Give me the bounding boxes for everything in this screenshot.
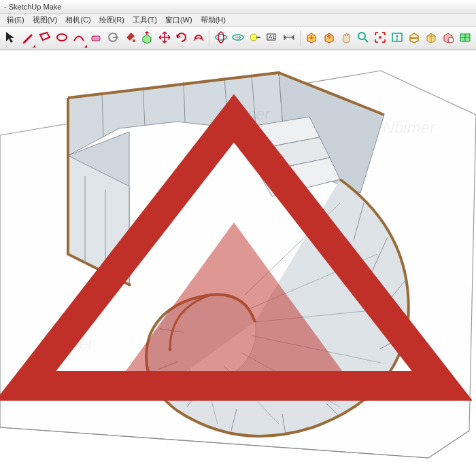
dropdown-indicator-icon bbox=[33, 45, 35, 48]
push-pull-icon bbox=[140, 31, 154, 46]
offset-icon bbox=[192, 31, 205, 46]
walk-icon bbox=[390, 31, 404, 46]
text-label-tool[interactable]: A1 bbox=[265, 30, 280, 48]
rectangle-icon bbox=[38, 31, 52, 46]
rectangle-tool[interactable] bbox=[37, 30, 52, 48]
eraser-tool[interactable] bbox=[88, 30, 104, 48]
svg-point-0 bbox=[57, 34, 67, 41]
get-models-tool[interactable] bbox=[304, 30, 320, 48]
toolbar-separator bbox=[300, 31, 301, 47]
rotate-icon bbox=[175, 31, 188, 46]
zoom-tool[interactable] bbox=[355, 30, 371, 48]
circle-tool[interactable] bbox=[54, 30, 69, 48]
orbit-icon bbox=[214, 31, 228, 46]
tape-measure-icon bbox=[248, 31, 262, 46]
dimension-icon bbox=[282, 31, 296, 46]
menu-edit[interactable]: 辑(E) bbox=[3, 14, 29, 26]
zoom-extents-icon bbox=[373, 31, 387, 46]
add-location-icon bbox=[458, 31, 472, 46]
get-models-icon bbox=[305, 31, 318, 46]
toolbar-separator bbox=[209, 31, 210, 47]
outliner-icon bbox=[441, 31, 455, 46]
select-arrow-tool[interactable] bbox=[3, 30, 18, 48]
menu-tools[interactable]: 工具(T) bbox=[129, 14, 161, 26]
svg-line-16 bbox=[364, 39, 368, 42]
svg-point-15 bbox=[358, 33, 365, 39]
svg-point-17 bbox=[379, 36, 381, 39]
move-tool[interactable] bbox=[156, 30, 172, 48]
hand-pan-icon bbox=[339, 31, 353, 46]
svg-point-4 bbox=[133, 39, 135, 42]
arc-tool[interactable] bbox=[71, 30, 86, 48]
outliner-tool[interactable] bbox=[441, 30, 456, 48]
menu-help[interactable]: 帮助(H) bbox=[197, 14, 230, 26]
tape-icon bbox=[106, 31, 120, 46]
orbit-tool[interactable] bbox=[213, 30, 228, 48]
app-title: - SketchUp Make bbox=[4, 3, 61, 11]
add-location-tool[interactable] bbox=[458, 30, 473, 48]
viewport-3d[interactable]: Nbimer Nbimer Nbimer bbox=[0, 50, 476, 462]
pan-tool[interactable] bbox=[230, 30, 245, 48]
move-icon bbox=[158, 31, 171, 46]
svg-point-8 bbox=[250, 34, 257, 41]
svg-point-22 bbox=[448, 37, 454, 43]
circle-icon bbox=[55, 31, 69, 46]
menu-draw[interactable]: 绘图(R) bbox=[95, 14, 129, 26]
toolbar: A1 bbox=[0, 27, 476, 50]
layers-tool[interactable] bbox=[424, 30, 439, 48]
walk-tool[interactable] bbox=[389, 30, 405, 48]
tape-tool[interactable] bbox=[105, 30, 121, 48]
upload-model-icon bbox=[322, 31, 336, 46]
dimension-tool[interactable] bbox=[282, 30, 297, 48]
hand-pan-tool[interactable] bbox=[338, 30, 354, 48]
menu-view[interactable]: 视图(V) bbox=[29, 14, 62, 26]
layers-icon bbox=[424, 31, 438, 46]
svg-point-6 bbox=[218, 32, 224, 43]
svg-rect-1 bbox=[92, 36, 100, 41]
paint-bucket-icon bbox=[123, 31, 137, 46]
rotate-tool[interactable] bbox=[173, 30, 189, 48]
zoom-extents-tool[interactable] bbox=[372, 30, 388, 48]
push-pull-tool[interactable] bbox=[139, 30, 155, 48]
eraser-icon bbox=[89, 31, 103, 46]
pan-icon bbox=[231, 31, 245, 46]
svg-text:A1: A1 bbox=[269, 34, 275, 40]
title-bar: - SketchUp Make bbox=[0, 0, 476, 14]
paint-bucket-tool[interactable] bbox=[122, 30, 138, 48]
menu-bar: 辑(E) 视图(V) 相机(C) 绘图(R) 工具(T) 窗口(W) 帮助(H) bbox=[0, 14, 476, 27]
select-arrow-icon bbox=[4, 31, 18, 46]
app-corner-logo-icon bbox=[0, 50, 472, 458]
tape-measure-tool[interactable] bbox=[248, 30, 263, 48]
text-label-icon: A1 bbox=[265, 31, 279, 46]
offset-tool[interactable] bbox=[190, 30, 206, 48]
dropdown-indicator-icon bbox=[84, 45, 87, 48]
svg-point-5 bbox=[216, 35, 226, 40]
pencil-line-tool[interactable] bbox=[20, 30, 35, 48]
svg-point-19 bbox=[396, 35, 398, 37]
menu-camera[interactable]: 相机(C) bbox=[61, 14, 95, 26]
section-icon bbox=[407, 31, 421, 46]
menu-window[interactable]: 窗口(W) bbox=[161, 14, 197, 26]
upload-model-tool[interactable] bbox=[321, 30, 337, 48]
zoom-icon bbox=[356, 31, 370, 46]
section-tool[interactable] bbox=[407, 30, 422, 48]
